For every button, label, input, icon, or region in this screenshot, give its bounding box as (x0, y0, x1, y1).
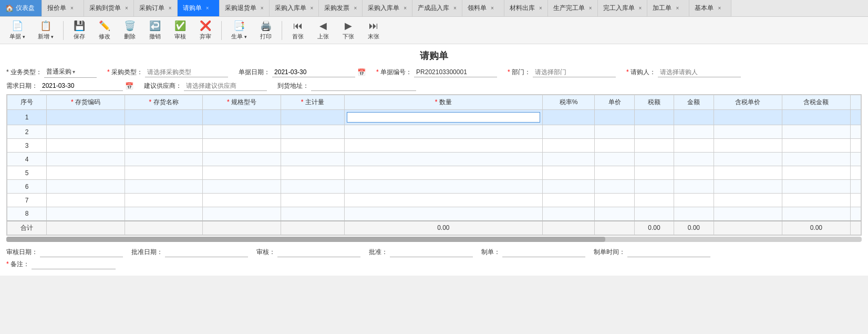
cell-5-tax_amount[interactable] (634, 166, 674, 180)
toolbar-btn-new[interactable]: 📋新增 ▾ (33, 18, 59, 43)
tab-quote[interactable]: 报价单× (42, 0, 84, 16)
cell-5-amount[interactable] (674, 166, 714, 180)
cell-1-main_unit[interactable] (281, 110, 344, 125)
creator-input[interactable] (502, 247, 585, 257)
tab-close-quote[interactable]: × (70, 5, 74, 11)
tab-bar[interactable]: 🏠仪表盘报价单×采购到货单×采购订单×请购单×采购退货单×采购入库单×采购发票×… (0, 0, 868, 17)
cell-1-tax_unit_price[interactable] (714, 110, 782, 125)
cell-3-tax_amount[interactable] (634, 139, 674, 153)
tab-close-purchase-arrival[interactable]: × (125, 5, 128, 11)
demand-date-input[interactable] (40, 81, 123, 91)
demand-calendar-icon[interactable]: 📅 (125, 82, 133, 90)
cell-input-qty-1[interactable] (347, 112, 540, 123)
auditor-input[interactable] (277, 247, 360, 257)
cell-4-qty[interactable] (344, 153, 542, 166)
approver-input[interactable] (390, 247, 473, 257)
cell-6-tax_rate[interactable] (542, 180, 595, 194)
toolbar-btn-generate[interactable]: 📑生单 ▾ (226, 18, 252, 43)
cell-2-tax_amount_total[interactable] (782, 125, 850, 139)
toolbar-btn-revoke[interactable]: ↩️撤销 (143, 18, 167, 43)
toolbar-btn-audit[interactable]: ✅审核 (169, 18, 192, 43)
tab-close-complete-store[interactable]: × (639, 5, 642, 11)
cell-8-qty[interactable] (344, 207, 542, 221)
cell-8-inv_name[interactable] (125, 207, 202, 221)
horizontal-scrollbar[interactable] (6, 237, 862, 242)
dept-input[interactable] (533, 67, 616, 77)
cell-4-main_unit[interactable] (281, 153, 344, 166)
tab-process[interactable]: 加工单× (647, 0, 689, 16)
cell-5-inv_code[interactable] (47, 166, 125, 180)
audit-date-input[interactable] (40, 247, 123, 257)
cell-6-tax_unit_price[interactable] (714, 180, 782, 194)
doc-no-input[interactable] (414, 67, 497, 77)
delivery-addr-input[interactable] (311, 81, 416, 91)
cell-5-spec[interactable] (203, 166, 281, 180)
cell-8-tax_unit_price[interactable] (714, 207, 782, 221)
tab-close-material[interactable]: × (491, 5, 494, 11)
tab-complete-store[interactable]: 完工入库单× (598, 0, 648, 16)
cell-4-inv_name[interactable] (125, 153, 202, 166)
tab-close-purchase-store[interactable]: × (404, 5, 407, 11)
cell-6-tax_amount_total[interactable] (782, 180, 850, 194)
tab-purchase-return[interactable]: 采购退货单× (220, 0, 270, 16)
cell-3-main_unit[interactable] (281, 139, 344, 153)
purchase-type-input[interactable] (145, 67, 228, 77)
cell-1-tax_amount[interactable] (634, 110, 674, 125)
suggest-supplier-input[interactable] (184, 81, 267, 91)
toolbar-btn-abandon[interactable]: ❌弃审 (194, 18, 217, 43)
cell-3-inv_name[interactable] (125, 139, 202, 153)
approve-date-input[interactable] (165, 247, 248, 257)
cell-7-main_unit[interactable] (281, 194, 344, 207)
cell-7-qty[interactable] (344, 194, 542, 207)
cell-1-spec[interactable] (203, 110, 281, 125)
cell-1-inv_code[interactable] (47, 110, 125, 125)
tab-material-out[interactable]: 材料出库× (504, 0, 548, 16)
cell-5-qty[interactable] (344, 166, 542, 180)
toolbar-btn-edit[interactable]: ✏️修改 (93, 18, 116, 43)
cell-1-unit_price[interactable] (595, 110, 634, 125)
cell-5-tax_rate[interactable] (542, 166, 595, 180)
cell-6-tax_amount[interactable] (634, 180, 674, 194)
toolbar-btn-print[interactable]: 🖨️打印 (254, 18, 277, 43)
cell-4-amount[interactable] (674, 153, 714, 166)
tab-close-purchase-order[interactable]: × (169, 5, 172, 11)
cell-7-inv_name[interactable] (125, 194, 202, 207)
cell-8-main_unit[interactable] (281, 207, 344, 221)
cell-2-tax_amount[interactable] (634, 125, 674, 139)
cell-8-amount[interactable] (674, 207, 714, 221)
cell-7-tax_rate[interactable] (542, 194, 595, 207)
tab-purchase-store[interactable]: 采购入库单× (363, 0, 412, 16)
cell-7-inv_code[interactable] (47, 194, 125, 207)
toolbar-btn-prev[interactable]: ◀上张 (312, 18, 335, 43)
cell-4-tax_unit_price[interactable] (714, 153, 782, 166)
note-input[interactable] (32, 259, 116, 269)
cell-5-tax_amount_total[interactable] (782, 166, 850, 180)
tab-basic[interactable]: 基本单× (689, 0, 731, 16)
tab-dashboard[interactable]: 🏠仪表盘 (0, 0, 42, 16)
cell-3-unit_price[interactable] (595, 139, 634, 153)
cell-8-tax_amount[interactable] (634, 207, 674, 221)
calendar-icon[interactable]: 📅 (357, 68, 366, 76)
cell-3-tax_amount_total[interactable] (782, 139, 850, 153)
cell-5-inv_name[interactable] (125, 166, 202, 180)
cell-2-unit_price[interactable] (595, 125, 634, 139)
cell-2-tax_unit_price[interactable] (714, 125, 782, 139)
cell-7-amount[interactable] (674, 194, 714, 207)
cell-5-unit_price[interactable] (595, 166, 634, 180)
cell-6-inv_code[interactable] (47, 180, 125, 194)
tab-close-purchase-req[interactable]: × (206, 5, 209, 11)
tab-purchase-arrival[interactable]: 采购到货单× (84, 0, 134, 16)
cell-8-inv_code[interactable] (47, 207, 125, 221)
cell-1-tax_amount_total[interactable] (782, 110, 850, 125)
tab-purchase-req[interactable]: 请购单× (178, 0, 220, 16)
cell-4-unit_price[interactable] (595, 153, 634, 166)
cell-3-spec[interactable] (203, 139, 281, 153)
cell-3-amount[interactable] (674, 139, 714, 153)
tab-close-prod-complete[interactable]: × (589, 5, 592, 11)
cell-4-tax_rate[interactable] (542, 153, 595, 166)
cell-8-tax_rate[interactable] (542, 207, 595, 221)
cell-2-inv_code[interactable] (47, 125, 125, 139)
cell-8-spec[interactable] (203, 207, 281, 221)
toolbar-btn-last[interactable]: ⏭末张 (362, 18, 385, 43)
tab-product-import[interactable]: 产成品入库× (412, 0, 462, 16)
